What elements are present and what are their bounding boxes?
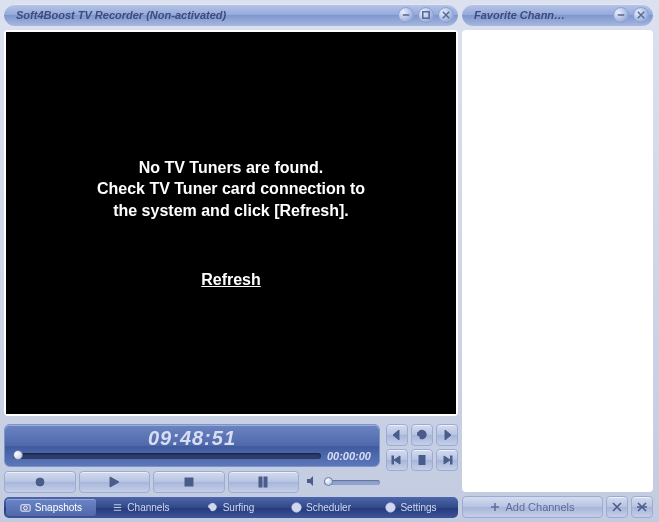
elapsed-time: 00:00:00 xyxy=(327,450,371,462)
tab-scheduler[interactable]: Scheduler xyxy=(276,499,366,516)
svg-rect-8 xyxy=(264,477,267,487)
channel-list[interactable] xyxy=(462,30,653,492)
svg-point-28 xyxy=(386,503,395,512)
svg-point-20 xyxy=(24,506,28,510)
refresh-button[interactable] xyxy=(411,424,433,446)
volume-control xyxy=(306,471,380,493)
svg-rect-18 xyxy=(451,456,453,464)
minimize-icon[interactable] xyxy=(398,7,414,23)
bottom-tabbar: Snapshots Channels Surfing Scheduler Set… xyxy=(4,497,458,518)
refresh-link[interactable]: Refresh xyxy=(201,271,261,289)
skip-forward-button[interactable] xyxy=(436,449,458,471)
svg-marker-17 xyxy=(444,456,450,464)
video-frame: No TV Tuners are found. Check TV Tuner c… xyxy=(4,30,458,416)
delete-channel-button[interactable] xyxy=(606,496,628,518)
favorites-minimize-icon[interactable] xyxy=(613,7,629,23)
video-area: No TV Tuners are found. Check TV Tuner c… xyxy=(6,32,456,414)
svg-marker-5 xyxy=(110,477,119,487)
controls-area: 09:48:51 00:00:00 xyxy=(4,424,458,518)
main-titlebar[interactable]: Soft4Boost TV Recorder (Non-activated) xyxy=(4,4,458,26)
svg-point-4 xyxy=(36,478,44,486)
play-button[interactable] xyxy=(79,471,151,493)
favorites-toolbar: Add Channels xyxy=(462,496,653,518)
main-window: Soft4Boost TV Recorder (Non-activated) N… xyxy=(4,4,458,518)
svg-marker-10 xyxy=(393,430,399,440)
file-button[interactable] xyxy=(411,449,433,471)
seek-row: 00:00:00 xyxy=(13,450,371,462)
add-channels-button[interactable]: Add Channels xyxy=(462,496,603,518)
svg-rect-7 xyxy=(259,477,262,487)
nav-grid xyxy=(386,424,458,493)
svg-rect-1 xyxy=(423,12,429,18)
stop-button[interactable] xyxy=(153,471,225,493)
favorites-window: Favorite Chann… Add Channels xyxy=(462,4,653,518)
svg-rect-6 xyxy=(185,478,193,486)
tab-settings[interactable]: Settings xyxy=(366,499,456,516)
favorites-title: Favorite Chann… xyxy=(474,9,609,21)
favorites-titlebar[interactable]: Favorite Chann… xyxy=(462,4,653,26)
seek-slider[interactable] xyxy=(13,453,321,459)
next-channel-button[interactable] xyxy=(436,424,458,446)
prev-channel-button[interactable] xyxy=(386,424,408,446)
svg-marker-13 xyxy=(394,456,400,464)
window-title: Soft4Boost TV Recorder (Non-activated) xyxy=(16,9,394,21)
tab-surfing[interactable]: Surfing xyxy=(186,499,276,516)
clock-display: 09:48:51 xyxy=(13,427,371,450)
tab-snapshots[interactable]: Snapshots xyxy=(6,499,96,516)
clear-channels-button[interactable] xyxy=(631,496,653,518)
tab-channels[interactable]: Channels xyxy=(96,499,186,516)
time-bar: 09:48:51 00:00:00 xyxy=(4,424,380,467)
favorites-close-icon[interactable] xyxy=(633,7,649,23)
maximize-icon[interactable] xyxy=(418,7,434,23)
record-button[interactable] xyxy=(4,471,76,493)
mute-icon[interactable] xyxy=(306,473,318,491)
svg-marker-9 xyxy=(307,476,313,486)
svg-marker-11 xyxy=(445,430,451,440)
close-icon[interactable] xyxy=(438,7,454,23)
skip-back-button[interactable] xyxy=(386,449,408,471)
volume-slider[interactable] xyxy=(324,480,380,485)
no-tuner-message: No TV Tuners are found. Check TV Tuner c… xyxy=(97,157,365,222)
pause-button[interactable] xyxy=(228,471,300,493)
